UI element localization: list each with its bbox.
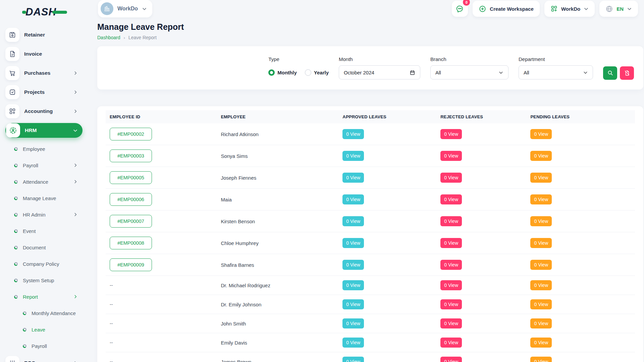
pending-leaves-view-badge[interactable]: 0 View: [530, 357, 552, 362]
table-row: #EMP00007 Kirsten Benson 0 View 0 View 0…: [106, 210, 635, 232]
search-button[interactable]: [603, 66, 617, 80]
rejected-leaves-view-badge[interactable]: 0 View: [440, 194, 462, 204]
employee-id-button[interactable]: #EMP00006: [110, 193, 152, 206]
calendar-icon: [410, 70, 415, 75]
sidebar-subitem[interactable]: Document: [5, 241, 83, 254]
sidebar-subitem[interactable]: Manage Leave: [5, 191, 83, 205]
chevron-right-icon: [73, 212, 78, 217]
sidebar-subitem[interactable]: Employee: [5, 142, 83, 156]
table-header-row: EMPLOYEE ID EMPLOYEE APPROVED LEAVES REJ…: [106, 110, 635, 123]
sidebar-item[interactable]: Purchases: [5, 66, 83, 80]
table-row: -- Emily Davis 0 View 0 View 0 View: [106, 333, 635, 352]
sidebar-subitem[interactable]: Report: [5, 290, 83, 303]
sidebar-subitem[interactable]: Event: [5, 224, 83, 238]
employee-id-button[interactable]: #EMP00007: [110, 215, 152, 228]
employee-id-empty: --: [110, 338, 113, 347]
table-row: #EMP00009 Shafira Barnes 0 View 0 View 0…: [106, 254, 635, 276]
bullet-icon: [14, 213, 18, 217]
workspace-dropdown-button[interactable]: WorkDo: [544, 1, 595, 17]
rejected-leaves-view-badge[interactable]: 0 View: [440, 318, 462, 328]
sidebar-item[interactable]: Retainer: [5, 27, 83, 42]
sidebar-report-subitem[interactable]: Payroll: [5, 339, 83, 353]
pending-leaves-view-badge[interactable]: 0 View: [530, 238, 552, 248]
rejected-leaves-view-badge[interactable]: 0 View: [440, 280, 462, 290]
globe-icon: [605, 5, 613, 13]
chevron-down-icon: [583, 70, 588, 75]
language-selector[interactable]: EN: [599, 1, 638, 17]
employee-id-button[interactable]: #EMP00008: [110, 237, 152, 249]
sidebar-subitem[interactable]: Company Policy: [5, 257, 83, 270]
pending-leaves-view-badge[interactable]: 0 View: [530, 151, 552, 161]
table-column-header: PENDING LEAVES: [526, 110, 635, 123]
approved-leaves-view-badge[interactable]: 0 View: [342, 216, 364, 226]
rejected-leaves-view-badge[interactable]: 0 View: [440, 357, 462, 362]
sidebar-subitem[interactable]: Payroll: [5, 159, 83, 172]
pending-leaves-view-badge[interactable]: 0 View: [530, 194, 552, 204]
approved-leaves-view-badge[interactable]: 0 View: [342, 280, 364, 290]
approved-leaves-view-badge[interactable]: 0 View: [342, 357, 364, 362]
approved-leaves-view-badge[interactable]: 0 View: [342, 194, 364, 204]
pending-leaves-view-badge[interactable]: 0 View: [530, 260, 552, 270]
breadcrumb-dashboard-link[interactable]: Dashboard: [97, 35, 120, 40]
create-workspace-button[interactable]: Create Workspace: [473, 1, 540, 17]
rejected-leaves-view-badge[interactable]: 0 View: [440, 299, 462, 309]
export-off-button[interactable]: [620, 66, 634, 80]
type-radio-option[interactable]: Monthly: [268, 69, 297, 76]
approved-leaves-view-badge[interactable]: 0 View: [342, 260, 364, 270]
pending-leaves-view-badge[interactable]: 0 View: [530, 129, 552, 139]
employee-id-button[interactable]: #EMP00009: [110, 258, 152, 271]
sidebar-item[interactable]: HRM: [5, 123, 83, 138]
approved-leaves-view-badge[interactable]: 0 View: [342, 318, 364, 328]
rejected-leaves-view-badge[interactable]: 0 View: [440, 173, 462, 183]
rejected-leaves-view-badge[interactable]: 0 View: [440, 338, 462, 348]
sidebar-item-pos[interactable]: POS: [5, 356, 83, 362]
sidebar-item[interactable]: Invoice: [5, 47, 83, 61]
pending-leaves-view-badge[interactable]: 0 View: [530, 338, 552, 348]
month-input[interactable]: October 2024: [339, 65, 420, 79]
employee-id-button[interactable]: #EMP00003: [110, 149, 152, 162]
approved-leaves-view-badge[interactable]: 0 View: [342, 338, 364, 348]
user-circle-icon: [9, 126, 17, 134]
messages-button[interactable]: 0: [452, 1, 468, 17]
breadcrumb: Dashboard › Leave Report: [97, 35, 644, 40]
pending-leaves-view-badge[interactable]: 0 View: [530, 318, 552, 328]
sidebar-item[interactable]: Accounting: [5, 104, 83, 119]
approved-leaves-view-badge[interactable]: 0 View: [342, 151, 364, 161]
approved-leaves-view-badge[interactable]: 0 View: [342, 238, 364, 248]
sidebar: DASH Retainer Invoice Purchases Projects…: [0, 0, 88, 362]
sidebar-report-subitem[interactable]: Leave: [5, 323, 83, 336]
dash-logo[interactable]: DASH: [22, 6, 67, 18]
sidebar-item[interactable]: Projects: [5, 85, 83, 100]
logo-text: DASH: [25, 6, 56, 18]
sidebar-subitem[interactable]: Attendance: [5, 175, 83, 188]
invoice-icon: [9, 50, 16, 58]
rejected-leaves-view-badge[interactable]: 0 View: [440, 129, 462, 139]
rejected-leaves-view-badge[interactable]: 0 View: [440, 216, 462, 226]
rejected-leaves-view-badge[interactable]: 0 View: [440, 151, 462, 161]
pending-leaves-view-badge[interactable]: 0 View: [530, 216, 552, 226]
bullet-icon: [14, 262, 18, 266]
employee-name: Richard Atkinson: [221, 131, 259, 137]
pending-leaves-view-badge[interactable]: 0 View: [530, 280, 552, 290]
type-radio-option[interactable]: Yearly: [305, 69, 329, 76]
bullet-icon: [14, 180, 18, 184]
employee-name: Emily Davis: [221, 340, 247, 346]
approved-leaves-view-badge[interactable]: 0 View: [342, 129, 364, 139]
branch-select[interactable]: All: [430, 65, 508, 79]
bullet-icon: [14, 279, 18, 282]
employee-id-button[interactable]: #EMP00002: [110, 128, 152, 140]
rejected-leaves-view-badge[interactable]: 0 View: [440, 260, 462, 270]
sidebar-subitem[interactable]: System Setup: [5, 274, 83, 287]
sidebar-subitem[interactable]: HR Admin: [5, 208, 83, 221]
pending-leaves-view-badge[interactable]: 0 View: [530, 173, 552, 183]
bullet-icon: [23, 344, 26, 348]
approved-leaves-view-badge[interactable]: 0 View: [342, 173, 364, 183]
sidebar-report-subitem[interactable]: Monthly Attendance: [5, 306, 83, 320]
workspace-switcher[interactable]: WorkDo: [98, 0, 152, 17]
approved-leaves-view-badge[interactable]: 0 View: [342, 299, 364, 309]
rejected-leaves-view-badge[interactable]: 0 View: [440, 238, 462, 248]
table-column-header: EMPLOYEE: [217, 110, 338, 123]
pending-leaves-view-badge[interactable]: 0 View: [530, 299, 552, 309]
employee-id-button[interactable]: #EMP00005: [110, 171, 152, 184]
department-select[interactable]: All: [519, 65, 593, 79]
